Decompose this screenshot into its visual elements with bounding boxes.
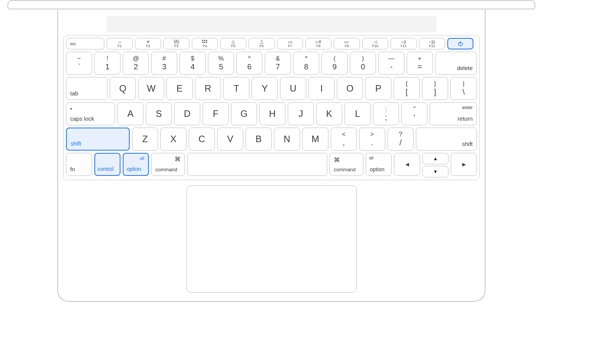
key-shift-right[interactable]: shift xyxy=(416,128,477,151)
key-v[interactable]: V xyxy=(217,128,243,151)
trackpad[interactable] xyxy=(186,185,357,293)
key-shift-left[interactable]: shift xyxy=(66,128,130,151)
key-n[interactable]: N xyxy=(274,128,300,151)
key-f5[interactable]: F5 xyxy=(220,38,246,49)
arrow-up-icon: ▲ xyxy=(433,156,438,161)
key-9[interactable]: (9 xyxy=(321,52,348,75)
key-label: F12 xyxy=(429,44,435,48)
arrow-right-icon: ▶ xyxy=(462,162,466,167)
key-r[interactable]: R xyxy=(195,77,221,100)
key-equals[interactable]: += xyxy=(407,52,433,75)
key-f[interactable]: F xyxy=(203,102,229,125)
key-4[interactable]: $4 xyxy=(180,52,206,75)
key-f2[interactable]: ☀F2 xyxy=(135,38,161,49)
key-option-right[interactable]: altoption xyxy=(366,153,392,176)
key-arrow-left[interactable]: ◀ xyxy=(394,153,420,176)
key-label: F3 xyxy=(175,44,179,48)
key-power[interactable] xyxy=(447,38,473,49)
key-3[interactable]: #3 xyxy=(151,52,177,75)
key-slash[interactable]: ?/ xyxy=(387,128,414,151)
key-f8[interactable]: ▷IIF8 xyxy=(305,38,331,49)
key-i[interactable]: I xyxy=(308,77,335,100)
key-y[interactable]: Y xyxy=(252,77,278,100)
key-c[interactable]: C xyxy=(189,128,215,151)
mission-control-icon xyxy=(174,40,179,44)
key-command-right[interactable]: ⌘command xyxy=(330,153,363,176)
key-bracket-open[interactable]: {[ xyxy=(394,77,420,100)
key-esc[interactable]: esc xyxy=(66,38,104,49)
key-f7[interactable]: ◃◃F7 xyxy=(277,38,303,49)
key-label: F8 xyxy=(317,44,321,48)
launchpad-icon xyxy=(202,40,208,44)
key-option-left[interactable]: altoption xyxy=(123,153,149,176)
key-f3[interactable]: F3 xyxy=(163,38,190,49)
key-g[interactable]: G xyxy=(231,102,257,125)
key-j[interactable]: J xyxy=(288,102,314,125)
key-semicolon[interactable]: :; xyxy=(373,102,399,125)
key-x[interactable]: X xyxy=(160,128,186,151)
key-quote[interactable]: "' xyxy=(401,102,427,125)
key-capslock[interactable]: •caps lock xyxy=(66,102,115,125)
key-label: esc xyxy=(70,42,76,46)
key-z[interactable]: Z xyxy=(132,128,158,151)
key-l[interactable]: L xyxy=(345,102,371,125)
key-0[interactable]: )0 xyxy=(350,52,376,75)
key-f10[interactable]: ◁F10 xyxy=(362,38,388,49)
key-f6[interactable]: F6 xyxy=(249,38,275,49)
key-f1[interactable]: ☼F1 xyxy=(107,38,133,49)
key-backtick[interactable]: ~` xyxy=(66,52,92,75)
key-f11[interactable]: ◁)F11 xyxy=(391,38,417,49)
forward-icon: ▹▹ xyxy=(345,40,349,44)
key-arrow-right[interactable]: ▶ xyxy=(451,153,477,176)
number-row: ~` !1 @2 #3 $4 %5 ^6 &7 *8 (9 )0 —- += d… xyxy=(66,52,477,75)
key-fn[interactable]: fn xyxy=(66,153,92,176)
key-2[interactable]: @2 xyxy=(123,52,149,75)
key-backslash[interactable]: |\ xyxy=(450,77,477,100)
key-space[interactable] xyxy=(187,153,327,176)
key-m[interactable]: M xyxy=(302,128,328,151)
key-bracket-close[interactable]: }] xyxy=(422,77,448,100)
key-t[interactable]: T xyxy=(223,77,249,100)
laptop-hinge xyxy=(8,0,535,9)
key-a[interactable]: A xyxy=(117,102,143,125)
key-upper: ~ xyxy=(77,55,81,62)
key-b[interactable]: B xyxy=(246,128,272,151)
key-minus[interactable]: —- xyxy=(378,52,404,75)
key-7[interactable]: &7 xyxy=(265,52,291,75)
key-o[interactable]: O xyxy=(337,77,363,100)
key-f12[interactable]: ◁))F12 xyxy=(419,38,445,49)
key-f9[interactable]: ▹▹F9 xyxy=(334,38,360,49)
key-period[interactable]: >. xyxy=(359,128,385,151)
key-8[interactable]: *8 xyxy=(293,52,319,75)
key-arrow-down[interactable]: ▼ xyxy=(422,166,448,177)
brightness-up-icon: ☀ xyxy=(146,40,150,44)
key-u[interactable]: U xyxy=(280,77,306,100)
key-6[interactable]: ^6 xyxy=(236,52,262,75)
key-5[interactable]: %5 xyxy=(208,52,234,75)
key-label: F9 xyxy=(345,44,349,48)
key-label: F7 xyxy=(288,44,292,48)
mute-icon: ◁ xyxy=(374,40,377,44)
key-1[interactable]: !1 xyxy=(94,52,120,75)
key-return[interactable]: enterreturn xyxy=(430,102,477,125)
key-q[interactable]: Q xyxy=(110,77,136,100)
kbd-brightness-up-icon xyxy=(259,40,264,44)
key-control-left[interactable]: control xyxy=(94,153,120,176)
key-tab[interactable]: tab xyxy=(66,77,107,100)
key-w[interactable]: W xyxy=(138,77,164,100)
key-k[interactable]: K xyxy=(316,102,342,125)
key-delete[interactable]: delete xyxy=(435,52,477,75)
key-comma[interactable]: <, xyxy=(331,128,357,151)
key-arrow-up[interactable]: ▲ xyxy=(422,153,448,164)
key-label: option xyxy=(370,166,384,172)
key-label: F6 xyxy=(260,44,264,48)
key-d[interactable]: D xyxy=(174,102,200,125)
key-p[interactable]: P xyxy=(365,77,391,100)
key-command-left[interactable]: ⌘command xyxy=(151,153,185,176)
rewind-icon: ◃◃ xyxy=(288,40,292,44)
key-e[interactable]: E xyxy=(167,77,193,100)
key-s[interactable]: S xyxy=(146,102,172,125)
key-f4[interactable]: F4 xyxy=(192,38,218,49)
modifier-row: fn control altoption ⌘command ⌘command a… xyxy=(66,153,477,177)
key-h[interactable]: H xyxy=(259,102,285,125)
